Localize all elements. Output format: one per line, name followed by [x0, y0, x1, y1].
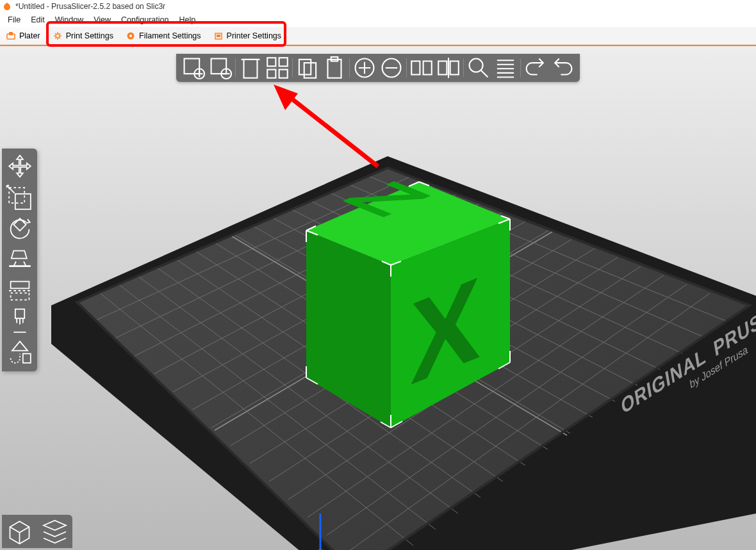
svg-rect-9 [211, 59, 227, 74]
left-toolbar [2, 149, 37, 371]
add-object-button[interactable] [180, 56, 207, 80]
svg-rect-1 [9, 32, 13, 35]
svg-point-26 [470, 59, 483, 72]
seam-paint-tool[interactable] [4, 337, 35, 368]
svg-rect-15 [279, 70, 288, 78]
tab-plater[interactable]: Plater [0, 27, 47, 44]
svg-rect-25 [450, 61, 459, 75]
redo-button[interactable] [549, 56, 576, 80]
viewport-3d[interactable]: ORIGINAL PRUSA MK4 by Josef Prusa [0, 46, 756, 550]
menu-help[interactable]: Help [174, 14, 201, 26]
tab-filament-label: Filament Settings [139, 31, 201, 40]
split-parts-button[interactable] [435, 56, 462, 80]
titlebar: *Untitled - PrusaSlicer-2.5.2 based on S… [0, 0, 756, 13]
view-3d-button[interactable] [2, 515, 37, 548]
svg-rect-31 [15, 309, 24, 318]
delete-all-button[interactable] [237, 56, 264, 80]
paste-button[interactable] [321, 56, 348, 80]
printer-icon [214, 31, 223, 40]
view-layers-button[interactable] [37, 515, 72, 548]
svg-rect-7 [185, 59, 200, 74]
menu-edit[interactable]: Edit [26, 14, 50, 26]
svg-rect-32 [22, 353, 30, 362]
svg-rect-22 [411, 61, 420, 75]
rotate-tool[interactable] [4, 214, 35, 245]
menu-file[interactable]: File [3, 14, 26, 26]
svg-rect-17 [304, 63, 316, 78]
svg-rect-29 [10, 282, 29, 289]
svg-rect-13 [279, 58, 288, 66]
arrange-button[interactable] [264, 56, 291, 80]
svg-rect-12 [267, 58, 275, 66]
svg-rect-23 [423, 61, 432, 75]
scale-tool[interactable] [4, 183, 35, 214]
svg-rect-11 [244, 60, 258, 78]
svg-rect-24 [438, 61, 447, 75]
view-toggle [2, 515, 72, 548]
settings-tabs: Plater Print Settings Filament Settings … [0, 27, 756, 45]
place-on-face-tool[interactable] [4, 245, 35, 275]
svg-rect-16 [299, 60, 311, 75]
tab-filament-settings[interactable]: Filament Settings [120, 27, 208, 44]
svg-point-2 [56, 34, 60, 38]
app-logo-icon [3, 2, 12, 11]
svg-rect-18 [328, 60, 341, 78]
paint-supports-tool[interactable] [4, 306, 35, 337]
remove-instance-button[interactable] [378, 56, 405, 80]
menu-config[interactable]: Configuration [116, 14, 174, 26]
window-title: *Untitled - PrusaSlicer-2.5.2 based on S… [15, 2, 165, 11]
tab-printer-label: Printer Settings [227, 31, 281, 40]
plater-icon [6, 31, 15, 40]
svg-rect-27 [15, 194, 30, 209]
svg-rect-14 [267, 70, 275, 78]
move-tool[interactable] [4, 152, 35, 183]
tab-printer-settings[interactable]: Printer Settings [208, 27, 288, 44]
variable-layer-button[interactable] [492, 56, 519, 80]
top-toolbar [176, 54, 580, 82]
scene-3d: ORIGINAL PRUSA MK4 by Josef Prusa [0, 46, 756, 550]
menu-view[interactable]: View [88, 14, 116, 26]
cut-tool[interactable] [4, 275, 35, 306]
menubar: File Edit Window View Configuration Help [0, 13, 756, 27]
undo-button[interactable] [522, 56, 549, 80]
filament-icon [126, 31, 135, 40]
tab-print-label: Print Settings [66, 31, 113, 40]
search-button[interactable] [465, 56, 492, 80]
gear-icon [53, 31, 62, 40]
tab-plater-label: Plater [19, 31, 40, 40]
svg-rect-6 [217, 35, 220, 37]
split-objects-button[interactable] [408, 56, 435, 80]
menu-window[interactable]: Window [50, 14, 88, 26]
svg-rect-30 [10, 293, 29, 300]
remove-object-button[interactable] [207, 56, 234, 80]
add-instance-button[interactable] [351, 56, 378, 80]
svg-point-4 [129, 35, 132, 37]
copy-button[interactable] [294, 56, 321, 80]
tab-print-settings[interactable]: Print Settings [47, 27, 120, 44]
